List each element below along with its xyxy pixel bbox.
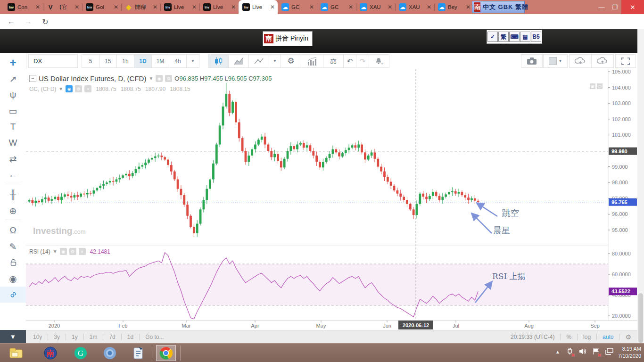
power-icon[interactable]: ✕ [566,347,573,356]
compare-scales-button[interactable]: ⚖ [323,54,344,68]
drawing-mode-icon[interactable]: ✎ [0,239,26,255]
zoom-in-icon[interactable]: ⊕ [0,203,26,219]
timeframe-dropdown-icon[interactable]: ▼ [186,54,199,68]
range-3y-button[interactable]: 3y [52,334,61,340]
overlay-settings-icon[interactable]: ⚙ [75,85,82,92]
axis-settings-gear-icon[interactable]: ⚙ [624,333,633,341]
chart-area[interactable]: 105.000104.000103.000102.000101.00099.00… [26,69,637,330]
range-1y-button[interactable]: 1y [70,334,79,340]
series-settings-icon[interactable]: ⚙ [165,75,172,82]
alert-bell-button[interactable]: + [369,54,389,68]
ime-traditional-icon[interactable]: 繁 [498,32,509,42]
cloud-load-button[interactable] [569,54,592,68]
network-icon[interactable] [605,348,614,356]
close-button[interactable]: ✕ [621,0,644,14]
tab-close-icon[interactable]: ✕ [113,4,119,10]
tab-close-icon[interactable]: ✕ [230,4,237,10]
browser-tab[interactable]: ☁GC✕ [278,0,317,14]
lock-drawings-icon[interactable] [0,255,26,271]
chart-type-area-button[interactable] [228,54,249,68]
crosshair-icon[interactable]: + [0,55,26,71]
rsi-legend[interactable]: RSI (14) ▼ ◉ ⚙ × 42.1481 [29,248,110,255]
range-1m-button[interactable]: 1m [88,334,99,340]
series-visibility-icon[interactable]: ◉ [156,75,163,82]
indicators-button[interactable] [301,54,323,68]
chevron-down-icon[interactable]: ▼ [58,86,63,91]
range-7d-button[interactable]: 7d [107,334,116,340]
timeframe-1M-button[interactable]: 1M [151,54,169,68]
pane-close-icon[interactable]: ▢ [597,83,603,89]
range-1d-button[interactable]: 1d [126,334,135,340]
chrome-icon[interactable] [156,345,176,361]
tab-close-icon[interactable]: ✕ [465,4,471,10]
tab-close-icon[interactable]: ✕ [387,4,393,10]
browser-tab[interactable]: InvLive✕ [199,0,239,14]
log-scale-button[interactable]: log [582,334,592,340]
minimize-button[interactable]: — [595,0,608,14]
scrollbar-thumb[interactable] [638,293,643,343]
ime-language-band[interactable]: 南 中文 GBK 繁體 [472,1,525,13]
range-10y-button[interactable]: 10y [32,334,43,340]
tab-close-icon[interactable]: ✕ [347,4,354,10]
chart-settings-gear-icon[interactable]: ⚙ [281,54,301,68]
rectangle-tool-icon[interactable]: ▭ [0,103,26,119]
ime-check-icon[interactable]: ✓ [487,32,498,42]
rsi-remove-icon[interactable]: × [79,248,86,255]
goto-button[interactable]: Go to... [144,334,165,340]
fullscreen-button[interactable] [615,54,636,68]
pane-maximize-icon[interactable]: ▣ [590,83,595,89]
back-nav-icon[interactable]: ← [6,16,17,27]
trend-line-icon[interactable]: ↗ [0,71,26,87]
reload-icon[interactable]: ↻ [40,16,51,27]
volume-icon[interactable] [579,348,587,356]
taskbar-clock[interactable]: 8:19 AM 7/10/2020 [618,346,641,360]
pane-control-icons[interactable]: ▣ ▢ [590,83,603,89]
percent-scale-button[interactable]: % [565,334,573,340]
chart-type-dropdown-icon[interactable]: ▼ [269,54,281,68]
pitchfork-icon[interactable]: ψ [0,87,26,103]
overlay-remove-icon[interactable]: × [84,85,91,92]
visibility-eye-icon[interactable]: ◉ [0,271,26,287]
grammarly-icon[interactable]: G [71,345,91,361]
ime-floating-bar[interactable]: 南 拼音 Pinyin [263,31,313,46]
tab-close-icon[interactable]: ✕ [191,4,198,10]
collapse-chevron-icon[interactable]: ▼ [0,330,26,343]
rsi-visibility-icon[interactable]: ◉ [60,248,67,255]
text-tool-icon[interactable]: T [0,119,26,135]
tray-expand-icon[interactable]: ▲ [555,349,560,354]
hide-drawings-icon[interactable]: ← [0,167,26,183]
measure-icon[interactable]: ╫ [0,187,26,203]
tab-close-icon[interactable]: ✕ [34,4,41,10]
ime-big5-icon[interactable]: B5 [531,32,541,42]
browser-tab[interactable]: ☁Bey✕ [434,0,473,14]
tab-close-icon[interactable]: ✕ [74,4,80,10]
tab-close-icon[interactable]: ✕ [269,4,276,10]
price-chart[interactable]: 105.000104.000103.000102.000101.00099.00… [26,69,637,330]
action-center-flag-icon[interactable]: ✕ [593,348,600,356]
magnet-icon[interactable]: Ω [0,222,26,239]
browser-tab[interactable]: InvGol✕ [82,0,121,14]
browser-tab[interactable]: ☁GC✕ [317,0,356,14]
redo-button[interactable]: ↷ [356,54,369,68]
timeframe-15-button[interactable]: 15 [99,54,117,68]
browser-tab[interactable]: ☁XAU✕ [356,0,395,14]
browser-tab[interactable]: InvLive✕ [160,0,199,14]
browser-tab[interactable]: V【官✕ [43,0,82,14]
tab-close-icon[interactable]: ✕ [426,4,432,10]
browser-tab[interactable]: InvCon✕ [4,0,43,14]
browser-tab[interactable]: ☁XAU✕ [395,0,434,14]
chart-type-line-button[interactable] [248,54,269,68]
browser-tab[interactable]: InvLive✕ [239,0,278,14]
chart-type-candles-button[interactable] [208,54,229,68]
auto-scale-button[interactable]: auto [601,334,615,340]
tab-close-icon[interactable]: ✕ [308,4,315,10]
timeframe-4h-button[interactable]: 4h [169,54,187,68]
link-chain-icon[interactable]: ∞ [0,287,26,303]
undo-button[interactable]: ↶ [343,54,356,68]
background-swatch-button[interactable]: ▼ [543,54,568,68]
screenshot-camera-button[interactable] [521,54,543,68]
restore-button[interactable]: ❐ [608,0,621,14]
rsi-settings-icon[interactable]: ⚙ [69,248,76,255]
notes-icon[interactable] [128,345,148,361]
njstar-icon[interactable]: 南 [41,345,60,361]
